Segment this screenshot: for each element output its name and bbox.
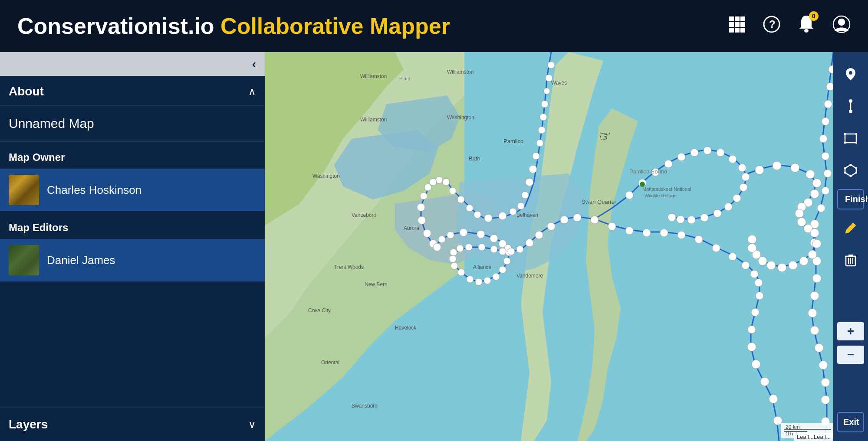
svg-point-128 bbox=[810, 326, 819, 335]
svg-point-21 bbox=[536, 140, 543, 147]
map-editor-item[interactable]: Daniel James bbox=[0, 239, 265, 281]
svg-text:Plum: Plum bbox=[399, 76, 410, 81]
svg-point-71 bbox=[547, 222, 555, 230]
app-subtitle: Collaborative Mapper bbox=[214, 13, 450, 39]
svg-point-120 bbox=[822, 187, 829, 195]
user-icon[interactable] bbox=[832, 15, 851, 37]
location-pin-button[interactable] bbox=[837, 61, 864, 88]
svg-text:Pamlico Sound: Pamlico Sound bbox=[629, 168, 667, 175]
svg-point-149 bbox=[789, 261, 797, 270]
svg-point-31 bbox=[466, 205, 473, 212]
svg-point-112 bbox=[668, 213, 676, 221]
svg-point-54 bbox=[493, 273, 500, 280]
svg-text:Washington: Washington bbox=[447, 114, 474, 121]
svg-text:Vandemere: Vandemere bbox=[516, 273, 543, 279]
svg-point-79 bbox=[677, 231, 685, 239]
svg-point-143 bbox=[797, 218, 806, 226]
svg-point-11 bbox=[804, 29, 809, 33]
map-editor-name: Daniel James bbox=[47, 254, 115, 267]
svg-point-194 bbox=[855, 142, 858, 144]
svg-point-78 bbox=[660, 229, 668, 237]
app-title: Conservationist.io Collaborative Mapper bbox=[17, 13, 728, 39]
svg-point-24 bbox=[526, 178, 533, 186]
svg-point-28 bbox=[499, 212, 506, 220]
node-button[interactable] bbox=[837, 93, 864, 120]
map-area[interactable]: Pamlico Waves Washington Bath Williamsto… bbox=[265, 52, 868, 441]
svg-point-138 bbox=[812, 179, 821, 187]
svg-point-116 bbox=[822, 118, 829, 125]
svg-point-57 bbox=[467, 276, 473, 283]
svg-point-91 bbox=[760, 377, 769, 386]
svg-point-108 bbox=[713, 209, 721, 217]
svg-point-15 bbox=[548, 62, 555, 69]
polygon-button[interactable] bbox=[837, 157, 864, 184]
svg-point-63 bbox=[465, 244, 472, 251]
layers-chevron-icon[interactable]: ∨ bbox=[248, 418, 256, 431]
svg-point-111 bbox=[677, 216, 684, 223]
svg-text:Vanceboro: Vanceboro bbox=[352, 212, 376, 218]
svg-point-26 bbox=[517, 203, 524, 209]
svg-point-118 bbox=[822, 152, 829, 160]
layers-header[interactable]: Layers ∨ bbox=[0, 408, 265, 441]
svg-point-88 bbox=[748, 326, 756, 333]
svg-point-33 bbox=[449, 187, 456, 194]
grid-icon[interactable] bbox=[728, 16, 746, 37]
help-icon[interactable]: ? bbox=[763, 16, 780, 37]
delete-button[interactable] bbox=[837, 247, 864, 274]
rect-select-button[interactable] bbox=[837, 125, 864, 152]
svg-point-151 bbox=[767, 261, 776, 270]
finish-button[interactable]: Finish bbox=[837, 189, 864, 209]
svg-point-147 bbox=[808, 250, 817, 259]
map-owner-item[interactable]: Charles Hoskinson bbox=[0, 169, 265, 211]
svg-point-137 bbox=[806, 170, 815, 179]
map-svg: Pamlico Waves Washington Bath Williamsto… bbox=[265, 52, 868, 441]
svg-point-127 bbox=[808, 309, 817, 317]
svg-point-99 bbox=[690, 149, 698, 157]
svg-point-27 bbox=[510, 208, 516, 215]
svg-point-110 bbox=[687, 216, 695, 224]
svg-text:Williamston: Williamston bbox=[360, 73, 387, 79]
svg-point-25 bbox=[522, 192, 529, 199]
edit-button[interactable] bbox=[837, 215, 864, 242]
zoom-out-button[interactable]: − bbox=[837, 346, 864, 364]
svg-point-22 bbox=[533, 153, 539, 160]
svg-point-20 bbox=[538, 127, 545, 134]
svg-point-47 bbox=[477, 230, 485, 238]
svg-text:Cove City: Cove City bbox=[308, 307, 331, 314]
svg-text:Havelock: Havelock bbox=[395, 325, 417, 331]
sidebar: ‹ About ∧ Unnamed Map Map Owner Charles … bbox=[0, 52, 265, 441]
svg-point-125 bbox=[812, 274, 821, 283]
svg-point-192 bbox=[855, 133, 858, 135]
svg-point-29 bbox=[484, 214, 492, 222]
svg-point-56 bbox=[475, 278, 482, 285]
svg-point-52 bbox=[503, 258, 510, 265]
map-owner-label: Map Owner bbox=[0, 142, 265, 169]
svg-point-187 bbox=[849, 99, 852, 103]
svg-point-105 bbox=[740, 183, 747, 191]
zoom-in-button[interactable]: + bbox=[837, 322, 864, 340]
notification-bell-icon[interactable]: 0 bbox=[798, 15, 815, 38]
right-toolbar: Finish + − Exit bbox=[833, 52, 868, 441]
svg-point-106 bbox=[733, 194, 741, 202]
svg-text:New Bern: New Bern bbox=[365, 281, 388, 287]
svg-point-142 bbox=[795, 209, 804, 218]
about-chevron-icon[interactable]: ∧ bbox=[248, 85, 256, 98]
svg-point-193 bbox=[844, 142, 846, 144]
svg-point-139 bbox=[810, 189, 819, 198]
notification-count: 0 bbox=[809, 11, 819, 21]
svg-rect-7 bbox=[735, 28, 740, 33]
svg-point-131 bbox=[821, 378, 830, 387]
svg-point-23 bbox=[529, 165, 537, 173]
svg-point-104 bbox=[742, 173, 750, 181]
exit-button[interactable]: Exit bbox=[837, 412, 864, 432]
svg-point-94 bbox=[625, 191, 633, 199]
svg-text:Swan Quarter: Swan Quarter bbox=[582, 199, 617, 205]
svg-point-180 bbox=[640, 182, 645, 187]
svg-point-130 bbox=[819, 361, 828, 369]
collapse-sidebar-button[interactable]: ‹ bbox=[252, 57, 256, 71]
svg-point-18 bbox=[541, 101, 548, 108]
svg-point-53 bbox=[499, 266, 506, 273]
svg-point-36 bbox=[430, 179, 437, 186]
svg-point-97 bbox=[664, 160, 672, 168]
map-owner-avatar bbox=[9, 175, 39, 205]
